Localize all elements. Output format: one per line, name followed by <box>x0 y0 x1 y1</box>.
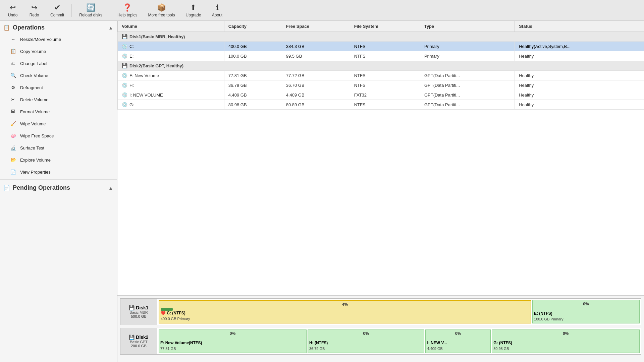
operations-icon: 📋 <box>3 24 10 31</box>
sidebar-item-format[interactable]: 🖫Format Volume <box>0 106 117 118</box>
sidebar-item-wipefree[interactable]: 🧼Wipe Free Space <box>0 130 117 142</box>
vol-icon: 💿 <box>122 102 127 107</box>
col-header-file-system[interactable]: File System <box>350 21 420 32</box>
toolbar: ↩Undo↪Redo✔Commit🔄Reload disks❓Help topi… <box>0 0 644 21</box>
toolbar-label-help: Help topics <box>117 13 137 17</box>
disk1-part-0-size: 400.0 GB Primary <box>161 317 190 321</box>
toolbar-btn-help[interactable]: ❓Help topics <box>113 1 142 19</box>
sidebar-item-surface[interactable]: 🔬Surface Test <box>0 142 117 154</box>
toolbar-label-about: About <box>212 13 222 17</box>
sidebar-item-check[interactable]: 🔍Check Volume <box>0 69 117 81</box>
disk2-row-2-col-4: GPT(Data Partiti... <box>420 90 515 100</box>
disk2-row-1[interactable]: 💿H:36.79 GB36.70 GBNTFSGPT(Data Partiti.… <box>118 80 644 90</box>
toolbar-btn-reload[interactable]: 🔄Reload disks <box>74 1 107 19</box>
toolbar-btn-undo[interactable]: ↩Undo <box>3 1 23 19</box>
operations-section-header[interactable]: 📋Operations▲ <box>0 21 117 33</box>
sidebar-item-label-props: View Properties <box>20 170 51 175</box>
disk2-row-0-col-2: 77.72 GB <box>282 71 350 80</box>
volume-table-area: VolumeCapacityFree SpaceFile SystemTypeS… <box>117 21 644 295</box>
pending-chevron: ▲ <box>108 185 113 191</box>
toolbar-label-reload: Reload disks <box>79 13 102 17</box>
surface-icon: 🔬 <box>9 144 17 152</box>
disk1-group-icon: 💾 <box>122 34 127 39</box>
disk2-row-1-col-2: 36.70 GB <box>282 80 350 90</box>
disk2-row-1-col-3: NTFS <box>350 80 420 90</box>
col-header-type[interactable]: Type <box>420 21 515 32</box>
sidebar-item-copy[interactable]: 📋Copy Volume <box>0 45 117 57</box>
vol-icon: 💿 <box>122 82 127 88</box>
disk2-part-2-size: 4.409 GB <box>427 347 442 351</box>
disk2-part-3-pct: 0% <box>492 331 639 336</box>
col-header-volume[interactable]: Volume <box>118 21 224 32</box>
disk2-row-1-col-5: Healthy <box>515 80 644 90</box>
disk2-row-0-col-5: Healthy <box>515 71 644 80</box>
disk1-row-1-col-2: 99.5 GB <box>282 51 350 61</box>
sidebar-item-label-delete: Delete Volume <box>20 97 49 102</box>
disk2-part-3-name: G: (NTFS) <box>493 341 512 345</box>
pending-section-header[interactable]: 📄Pending Operations▲ <box>0 181 117 193</box>
disk2-partition-2[interactable]: 0% I: NEW V... 4.409 GB <box>425 329 491 353</box>
toolbar-label-freetools: More free tools <box>148 13 175 17</box>
disk2-row-2-col-3: FAT32 <box>350 90 420 100</box>
disk2-part-2-name: I: NEW V... <box>427 341 447 345</box>
disk1-row-1-col-1: 100.0 GB <box>224 51 282 61</box>
disk1-row-1[interactable]: 💿E:100.0 GB99.5 GBNTFSPrimaryHealthy <box>118 51 644 61</box>
check-icon: 🔍 <box>9 72 17 79</box>
disk1-label: 💾 Disk1 Basic MBR 500.0 GB <box>120 299 157 325</box>
toolbar-btn-redo[interactable]: ↪Redo <box>24 1 44 19</box>
disk2-row-3-col-5: Healthy <box>515 100 644 110</box>
disk1-group-row: 💾Disk1(Basic MBR, Healthy) <box>118 32 644 42</box>
disk1-partition-1[interactable]: 0% E: (NTFS) 100.0 GB Primary <box>532 300 640 323</box>
disk2-row-2[interactable]: 💿I: NEW VOLUME4.409 GB4.409 GBFAT32GPT(D… <box>118 90 644 100</box>
col-header-free-space[interactable]: Free Space <box>282 21 350 32</box>
toolbar-label-redo: Redo <box>30 13 39 17</box>
disk2-row-3-col-4: GPT(Data Partiti... <box>420 100 515 110</box>
sidebar-item-label-format: Format Volume <box>20 109 50 114</box>
toolbar-btn-upgrade[interactable]: ⬆Upgrade <box>181 1 206 19</box>
help-icon: ❓ <box>123 3 132 12</box>
vol-icon: 💿 <box>122 44 127 49</box>
disk2-type: Basic GPT <box>130 340 148 344</box>
disk2-row-1-col-4: GPT(Data Partiti... <box>420 80 515 90</box>
sidebar-item-label[interactable]: 🏷Change Label <box>0 57 117 69</box>
disk2-row-3[interactable]: 💿G:80.98 GB80.89 GBNTFSGPT(Data Partiti.… <box>118 100 644 110</box>
disk1-row-0-col-2: 384.3 GB <box>282 42 350 51</box>
disk2-partition-1[interactable]: 0% H: (NTFS) 36.79 GB <box>308 329 425 353</box>
col-header-status[interactable]: Status <box>515 21 644 32</box>
disk2-partition-0[interactable]: 0% F: New Volume(NTFS) 77.81 GB <box>159 329 307 353</box>
pending-label: Pending Operations <box>13 184 70 191</box>
disk1-row-1-col-0: 💿E: <box>118 51 224 61</box>
sidebar-item-wipevol[interactable]: 🧹Wipe Volume <box>0 118 117 130</box>
disk1-partition-0[interactable]: 4% ❤️ C: (NTFS) 400.0 GB Primary <box>159 300 531 323</box>
disk2-row-2-col-1: 4.409 GB <box>224 90 282 100</box>
sidebar-item-defrag[interactable]: ⚙Defragment <box>0 81 117 94</box>
disk2-part-3-size: 80.98 GB <box>493 347 509 351</box>
disk1-type: Basic MBR <box>129 310 148 314</box>
col-header-capacity[interactable]: Capacity <box>224 21 282 32</box>
pending-icon: 📄 <box>3 185 10 191</box>
disk1-row-1-col-4: Primary <box>420 51 515 61</box>
main-layout: 📋Operations▲↔Resize/Move Volume📋Copy Vol… <box>0 21 644 362</box>
vol-icon: 💿 <box>122 73 127 78</box>
toolbar-btn-commit[interactable]: ✔Commit <box>46 1 69 19</box>
sidebar: 📋Operations▲↔Resize/Move Volume📋Copy Vol… <box>0 21 117 362</box>
disk2-name: 💾 Disk2 <box>129 335 148 340</box>
disk1-visual-row: 💾 Disk1 Basic MBR 500.0 GB 4% ❤️ C: (NTF… <box>120 298 641 325</box>
disk1-row-0[interactable]: 💿C:400.0 GB384.3 GBNTFSPrimaryHealthy(Ac… <box>118 42 644 51</box>
toolbar-btn-freetools[interactable]: 📦More free tools <box>143 1 179 19</box>
disk2-row-0-col-1: 77.81 GB <box>224 71 282 80</box>
disk2-row-2-col-0: 💿I: NEW VOLUME <box>118 90 224 100</box>
disk2-partition-3[interactable]: 0% G: (NTFS) 80.98 GB <box>492 329 640 353</box>
reload-icon: 🔄 <box>86 3 95 12</box>
sidebar-item-props[interactable]: 📄View Properties <box>0 166 117 178</box>
disk2-part-1-name: H: (NTFS) <box>309 341 328 345</box>
sidebar-item-resize[interactable]: ↔Resize/Move Volume <box>0 33 117 45</box>
sidebar-item-explore[interactable]: 📂Explore Volume <box>0 154 117 166</box>
toolbar-btn-about[interactable]: ℹAbout <box>207 1 227 19</box>
explore-icon: 📂 <box>9 156 17 164</box>
sidebar-item-delete[interactable]: ✂Delete Volume <box>0 94 117 106</box>
disk2-row-0[interactable]: 💿F: New Volume77.81 GB77.72 GBNTFSGPT(Da… <box>118 71 644 80</box>
copy-icon: 📋 <box>9 48 17 55</box>
disk1-size: 500.0 GB <box>131 314 146 318</box>
toolbar-label-commit: Commit <box>50 13 64 17</box>
